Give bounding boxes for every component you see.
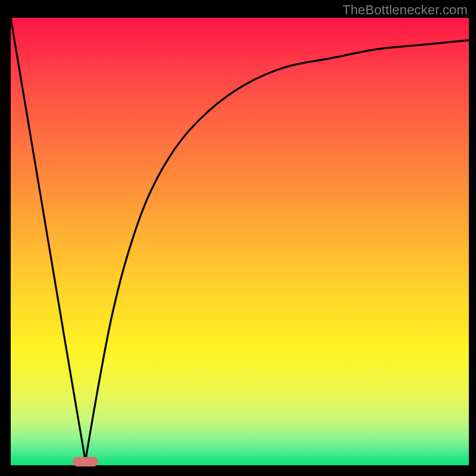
bottleneck-curve: [11, 18, 469, 465]
curve-path: [11, 18, 469, 461]
attribution-text: TheBottlenecker.com: [343, 2, 468, 18]
optimal-marker: [73, 457, 99, 466]
plot-area: [11, 18, 469, 465]
